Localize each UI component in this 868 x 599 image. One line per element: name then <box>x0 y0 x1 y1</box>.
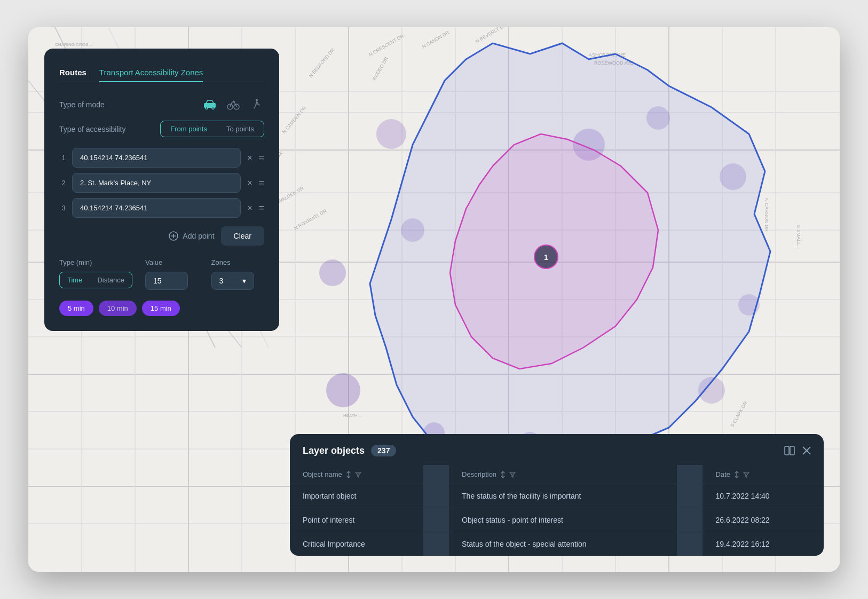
table-row[interactable]: Point of interest Object status - point … <box>290 508 824 532</box>
time-btn[interactable]: Time <box>60 272 90 288</box>
row1-date: 10.7.2022 14:40 <box>703 484 824 508</box>
point-row-2: 2 × = <box>59 173 264 193</box>
sort-icon-date[interactable] <box>733 471 740 478</box>
sort-icon-desc[interactable] <box>500 471 506 478</box>
to-points-btn[interactable]: To points <box>217 121 264 137</box>
row2-desc: Object status - point of interest <box>449 508 677 532</box>
chevron-down-icon: ▾ <box>242 277 246 285</box>
svg-text:N CARSON DR: N CARSON DR <box>764 198 769 232</box>
sidebar-panel: Routes Transport Accessibility Zones Typ… <box>44 49 279 331</box>
table-row[interactable]: Critical Importance Status of the object… <box>290 532 824 556</box>
type-section: Type (min) Time Distance Value Zones 3 ▾ <box>59 258 264 290</box>
point-row-3: 3 × = <box>59 198 264 218</box>
point-eq-2[interactable]: = <box>258 177 264 188</box>
sort-icon-name[interactable] <box>345 471 352 478</box>
bike-mode-icon[interactable] <box>226 97 241 112</box>
from-points-btn[interactable]: From points <box>161 121 217 137</box>
row1-name: Important object <box>290 484 423 508</box>
point-eq-3[interactable]: = <box>258 202 264 214</box>
point-num-3: 3 <box>59 204 68 212</box>
point-clear-3[interactable]: × <box>245 203 254 213</box>
accessibility-label: Type of accessibility <box>59 125 160 133</box>
col-date: Date <box>703 465 824 484</box>
svg-rect-92 <box>790 446 794 455</box>
row2-divider2 <box>677 508 703 532</box>
type-of-mode-label: Type of mode <box>59 100 202 109</box>
svg-point-86 <box>233 101 235 103</box>
time-chips: 5 min 10 min 15 min <box>59 301 264 316</box>
col-date-label: Date <box>715 470 730 478</box>
point-input-1[interactable] <box>72 148 241 168</box>
filter-icon-date[interactable] <box>743 471 749 478</box>
row3-divider2 <box>677 532 703 556</box>
svg-text:S SMALL...: S SMALL... <box>796 225 801 249</box>
value-input[interactable] <box>145 272 188 290</box>
col-description: Description <box>449 465 677 484</box>
action-row: Add point Clear <box>59 226 264 246</box>
row3-desc: Status of the object - special attention <box>449 532 677 556</box>
type-of-mode-row: Type of mode <box>59 97 264 112</box>
col-name-label: Object name <box>303 470 342 478</box>
chip-10min[interactable]: 10 min <box>99 301 137 316</box>
row2-divider1 <box>423 508 449 532</box>
row1-desc: The status of the facility is important <box>449 484 677 508</box>
zones-label: Zones <box>211 258 265 266</box>
zones-value: 3 <box>219 277 224 285</box>
time-distance-toggle: Time Distance <box>59 272 132 288</box>
add-point-button[interactable]: Add point <box>169 231 214 241</box>
clear-button[interactable]: Clear <box>221 226 264 246</box>
split-view-button[interactable] <box>784 446 795 455</box>
app-container: N CRESCENT DR N CANON DR N BEVERLY DR N … <box>28 27 840 572</box>
svg-text:CHARING CROS...: CHARING CROS... <box>55 42 92 47</box>
table-body: Important object The status of the facil… <box>290 484 824 556</box>
svg-point-87 <box>256 99 258 101</box>
col-desc-label: Description <box>462 470 496 478</box>
accessibility-toggle: From points To points <box>160 121 264 137</box>
type-col: Type (min) Time Distance <box>59 258 132 288</box>
layer-header: Layer objects 237 <box>290 434 824 465</box>
filter-icon-desc[interactable] <box>509 471 516 478</box>
point-input-3[interactable] <box>72 198 241 218</box>
layer-objects-panel: Layer objects 237 <box>290 434 824 556</box>
point-row-1: 1 × = <box>59 148 264 168</box>
row3-name: Critical Importance <box>290 532 423 556</box>
value-col: Value <box>145 258 199 290</box>
svg-rect-91 <box>785 446 789 455</box>
svg-text:1: 1 <box>544 253 548 262</box>
filter-icon-name[interactable] <box>355 471 361 478</box>
row3-divider1 <box>423 532 449 556</box>
point-clear-1[interactable]: × <box>245 153 254 163</box>
tab-transport[interactable]: Transport Accessibility Zones <box>99 64 203 82</box>
row2-date: 26.6.2022 08:22 <box>703 508 824 532</box>
zones-select[interactable]: 3 ▾ <box>211 272 254 290</box>
close-panel-button[interactable] <box>802 446 811 455</box>
table-row[interactable]: Important object The status of the facil… <box>290 484 824 508</box>
point-input-2[interactable] <box>72 173 241 193</box>
svg-point-83 <box>212 107 214 109</box>
col-name: Object name <box>290 465 423 484</box>
svg-point-68 <box>376 119 406 149</box>
car-mode-icon[interactable] <box>202 97 217 112</box>
mode-icons <box>202 97 264 112</box>
point-clear-2[interactable]: × <box>245 178 254 188</box>
chip-15min[interactable]: 15 min <box>142 301 180 316</box>
distance-btn[interactable]: Distance <box>90 272 132 288</box>
accessibility-row: Type of accessibility From points To poi… <box>59 121 264 137</box>
chip-5min[interactable]: 5 min <box>59 301 93 316</box>
value-label: Value <box>145 258 199 266</box>
svg-point-82 <box>206 107 208 109</box>
row3-date: 19.4.2022 16:12 <box>703 532 824 556</box>
table-header-row: Object name Description <box>290 465 824 484</box>
layer-title: Layer objects <box>303 445 365 456</box>
point-eq-1[interactable]: = <box>258 152 264 163</box>
row2-name: Point of interest <box>290 508 423 532</box>
walk-mode-icon[interactable] <box>249 97 264 112</box>
tab-routes[interactable]: Routes <box>59 64 86 82</box>
col-divider-2 <box>677 465 703 484</box>
layer-header-actions <box>784 446 811 455</box>
svg-point-71 <box>326 373 360 407</box>
layer-count-badge: 237 <box>371 445 396 456</box>
point-num-1: 1 <box>59 154 68 162</box>
row1-divider1 <box>423 484 449 508</box>
layer-table: Object name Description <box>290 465 824 556</box>
